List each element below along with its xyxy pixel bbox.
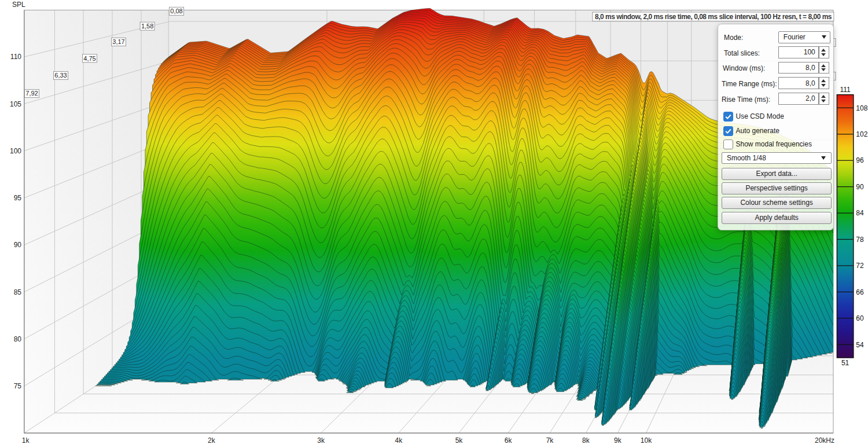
svg-text:96: 96 xyxy=(856,156,864,164)
svg-text:85: 85 xyxy=(14,288,22,296)
svg-text:0,08: 0,08 xyxy=(170,8,182,14)
svg-text:54: 54 xyxy=(856,341,864,349)
svg-text:2k: 2k xyxy=(208,436,216,445)
svg-text:51: 51 xyxy=(841,359,849,367)
svg-text:7k: 7k xyxy=(546,436,554,445)
svg-text:6,33: 6,33 xyxy=(54,72,67,79)
svg-text:90: 90 xyxy=(856,183,864,191)
svg-text:84: 84 xyxy=(856,209,864,217)
svg-text:90: 90 xyxy=(14,241,22,249)
svg-text:95: 95 xyxy=(14,194,22,202)
svg-text:8k: 8k xyxy=(582,436,590,445)
svg-text:10k: 10k xyxy=(641,436,652,445)
svg-text:60: 60 xyxy=(856,314,864,322)
svg-text:4,75: 4,75 xyxy=(83,55,95,62)
svg-text:SPL: SPL xyxy=(12,1,25,9)
svg-text:66: 66 xyxy=(856,288,864,296)
svg-text:4k: 4k xyxy=(395,436,403,445)
svg-text:100: 100 xyxy=(10,147,21,155)
svg-text:20kHz: 20kHz xyxy=(815,436,834,445)
svg-text:105: 105 xyxy=(10,100,21,108)
svg-text:78: 78 xyxy=(856,236,864,244)
svg-text:102: 102 xyxy=(856,130,867,138)
svg-text:3,17: 3,17 xyxy=(112,38,124,45)
svg-text:108: 108 xyxy=(856,104,867,112)
svg-text:9k: 9k xyxy=(614,436,622,445)
svg-text:3k: 3k xyxy=(317,436,325,445)
svg-text:5k: 5k xyxy=(455,436,464,445)
svg-text:1k: 1k xyxy=(22,436,30,445)
svg-text:72: 72 xyxy=(856,262,864,270)
svg-text:8,0 ms window, 2,0 ms rise tim: 8,0 ms window, 2,0 ms rise time, 0,08 ms… xyxy=(595,13,832,21)
svg-text:111: 111 xyxy=(840,86,851,94)
svg-text:7,92: 7,92 xyxy=(25,90,38,97)
svg-text:75: 75 xyxy=(14,382,22,390)
svg-text:110: 110 xyxy=(10,53,21,61)
svg-text:80: 80 xyxy=(14,335,22,343)
svg-text:6k: 6k xyxy=(505,436,513,445)
svg-text:1,58: 1,58 xyxy=(141,23,153,30)
